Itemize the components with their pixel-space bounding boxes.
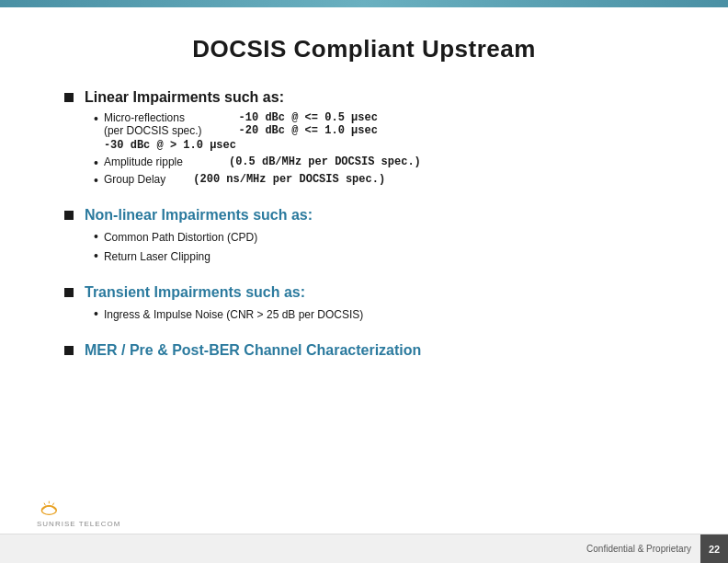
micro-reflections-block: Micro-reflections (per DOCSIS spec.) -10… [104, 111, 378, 137]
amplitude-spec: (0.5 dB/MHz per DOCSIS spec.) [229, 155, 421, 168]
ingress-bullet: • [94, 306, 98, 322]
transient-sub-items: • Ingress & Impulse Noise (CNR > 25 dB p… [85, 306, 682, 323]
laser-bullet: • [94, 248, 98, 264]
laser-item: • Return Laser Clipping [94, 248, 682, 265]
svg-point-0 [41, 506, 56, 514]
section-linear: Linear Impairments such as: • Micro-refl… [64, 89, 682, 190]
section-linear-content: Linear Impairments such as: • Micro-refl… [85, 89, 682, 190]
group-delay-content: Group Delay (200 ns/MHz per DOCSIS spec.… [104, 173, 385, 186]
amplitude-row: • Amplitude ripple (0.5 dB/MHz per DOCSI… [94, 155, 682, 171]
section-mer-title: MER / Pre & Post-BER Channel Characteriz… [85, 342, 682, 359]
mr-label-2: (per DOCSIS spec.) [104, 124, 202, 137]
mr-label-1: Micro-reflections [104, 111, 202, 124]
mr-spec-2: -20 dBc @ <= 1.0 µsec [239, 124, 378, 137]
section-mer-content: MER / Pre & Post-BER Channel Characteriz… [85, 342, 682, 364]
page-number: 22 [700, 534, 728, 564]
mr-labels: Micro-reflections (per DOCSIS spec.) [104, 111, 202, 137]
section-transient-content: Transient Impairments such as: • Ingress… [85, 284, 682, 326]
laser-label: Return Laser Clipping [104, 248, 210, 265]
amplitude-content: Amplitude ripple (0.5 dB/MHz per DOCSIS … [104, 155, 421, 168]
group-delay-bullet: • [94, 173, 98, 189]
svg-line-1 [44, 503, 45, 506]
cpd-label: Common Path Distortion (CPD) [104, 229, 257, 246]
svg-line-3 [52, 503, 53, 506]
footer-bar: Confidential & Proprietary 22 [0, 534, 728, 563]
group-delay-row: • Group Delay (200 ns/MHz per DOCSIS spe… [94, 173, 682, 189]
nonlinear-sub-items: • Common Path Distortion (CPD) • Return … [85, 229, 682, 265]
section-nonlinear: Non-linear Impairments such as: • Common… [64, 207, 682, 268]
ingress-item: • Ingress & Impulse Noise (CNR > 25 dB p… [94, 306, 682, 323]
micro-bullet: • [94, 111, 98, 127]
top-bar [0, 0, 728, 7]
logo-text: SUNRISE TELECOM [37, 520, 120, 528]
cpd-bullet: • [94, 229, 98, 245]
logo-area: SUNRISE TELECOM [37, 498, 120, 528]
cpd-item: • Common Path Distortion (CPD) [94, 229, 682, 246]
bullet-linear [64, 93, 74, 102]
section-transient-title: Transient Impairments such as: [85, 284, 682, 301]
section-transient: Transient Impairments such as: • Ingress… [64, 284, 682, 326]
micro-reflections-row: • Micro-reflections (per DOCSIS spec.) -… [94, 111, 682, 152]
slide-container: DOCSIS Compliant Upstream Linear Impairm… [0, 7, 728, 563]
mr-spec-3: -30 dBc @ > 1.0 µsec [104, 139, 378, 152]
sunrise-telecom-logo [37, 498, 74, 516]
content-area: Linear Impairments such as: • Micro-refl… [46, 89, 682, 364]
amplitude-bullet: • [94, 155, 98, 171]
linear-sub-items: • Micro-reflections (per DOCSIS spec.) -… [85, 111, 682, 189]
confidential-text: Confidential & Proprietary [586, 544, 691, 554]
mr-specs: -10 dBc @ <= 0.5 µsec -20 dBc @ <= 1.0 µ… [239, 111, 378, 137]
bullet-nonlinear [64, 211, 74, 220]
slide-title: DOCSIS Compliant Upstream [46, 35, 682, 63]
group-delay-spec: (200 ns/MHz per DOCSIS spec.) [193, 173, 385, 186]
group-delay-label: Group Delay [104, 173, 165, 186]
section-nonlinear-title: Non-linear Impairments such as: [85, 207, 682, 224]
section-linear-title: Linear Impairments such as: [85, 89, 682, 106]
micro-reflections-content: Micro-reflections (per DOCSIS spec.) -10… [104, 111, 378, 152]
section-nonlinear-content: Non-linear Impairments such as: • Common… [85, 207, 682, 268]
ingress-label: Ingress & Impulse Noise (CNR > 25 dB per… [104, 306, 363, 323]
amplitude-label: Amplitude ripple [104, 155, 183, 168]
bullet-transient [64, 288, 74, 297]
bullet-mer [64, 346, 74, 355]
section-mer: MER / Pre & Post-BER Channel Characteriz… [64, 342, 682, 364]
mr-spec-1: -10 dBc @ <= 0.5 µsec [239, 111, 378, 124]
